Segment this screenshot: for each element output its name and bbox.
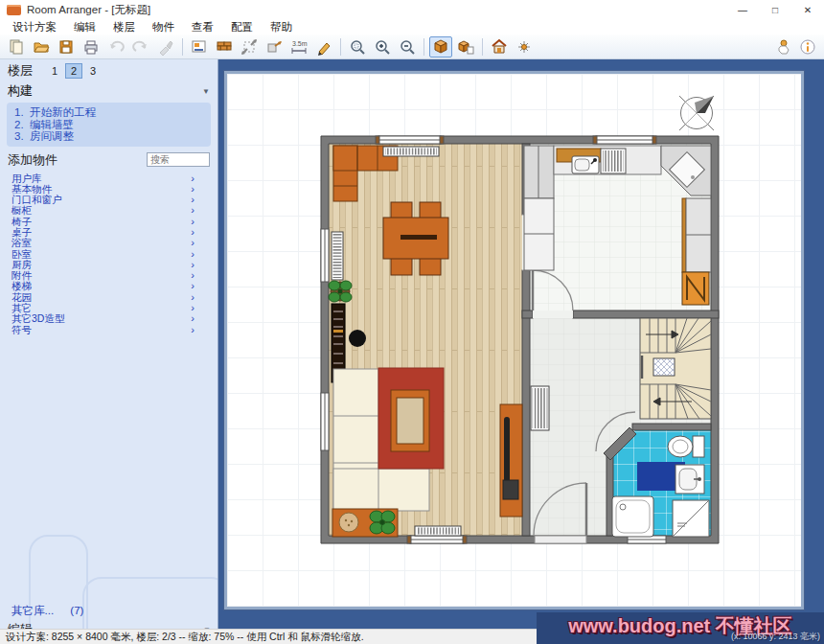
build-step-number: 2. [14,119,30,131]
side-bench[interactable] [332,509,398,537]
compass-icon [679,96,714,130]
window [321,229,329,282]
format-brush-button[interactable] [154,36,177,58]
zoom-in-button[interactable] [371,36,394,58]
menu-item[interactable]: 帮助 [262,20,301,34]
svg-text:3.5m: 3.5m [292,40,308,47]
kitchen-sink [572,156,599,173]
plan-sheet[interactable] [224,71,804,610]
plan-background-button[interactable] [188,36,211,58]
view-3d-button[interactable] [429,36,452,58]
potted-plant[interactable] [329,281,352,302]
radiator[interactable] [383,147,439,156]
pointer-mode-button[interactable] [771,36,794,58]
object-category-item[interactable]: 橱柜 › [11,205,217,216]
build-step-number: 1. [14,106,30,119]
menu-item[interactable]: 设计方案 [4,20,65,34]
move-objects-button[interactable] [263,36,286,58]
measure-button[interactable]: 3.5m [287,36,310,58]
floor-button[interactable]: 1 [46,63,63,79]
close-button[interactable]: ✕ [791,0,824,19]
watermark-banner: www.budog.net 不懂社区 (x: 10066 y: 2413 毫米) [537,612,824,644]
object-category-item[interactable]: 其它3D造型 › [11,313,217,324]
more-libraries-link[interactable]: 其它库... (7) [11,604,83,618]
save-button[interactable] [55,36,78,58]
chevron-right-icon: › [191,325,195,335]
toolbar-separator [182,38,183,56]
new-plan-button[interactable] [5,36,28,58]
view-3d-new-button[interactable] [454,36,477,58]
toolbar-separator [482,38,483,56]
refrigerator[interactable] [682,272,709,305]
radiator[interactable] [415,526,461,536]
doorway-kitchen[interactable] [533,310,573,318]
undo-button[interactable] [104,36,127,58]
floor-plan[interactable] [227,74,801,607]
build-section-header[interactable]: 构建 ▼ [0,82,217,100]
floor-button[interactable]: 2 [65,63,82,79]
maximize-button[interactable]: □ [759,0,791,19]
staircase[interactable] [640,318,711,419]
dish-drainer [601,149,626,173]
zoom-out-button[interactable] [396,36,419,58]
radiator[interactable] [531,386,549,430]
search-input[interactable] [147,152,210,167]
walkthrough-button[interactable] [513,36,536,58]
menu-item[interactable]: 编辑 [65,20,104,34]
entrance-doorway[interactable] [535,536,586,543]
zoom-all-button[interactable] [346,36,369,58]
about-button[interactable] [796,36,819,58]
build-step-link[interactable]: 编辑墙壁 [30,119,74,131]
radiator[interactable] [332,232,343,280]
object-category-item[interactable]: 卧室 › [11,249,217,260]
object-category-item[interactable]: 门口和窗户 › [11,195,217,205]
build-step-link[interactable]: 房间调整 [30,130,74,143]
washbasin[interactable] [675,465,704,494]
object-category-item[interactable]: 椅子 › [11,217,217,227]
object-category-list: 用户库 › 基本物件 › 门口和窗户 › 橱柜 [0,171,217,335]
redo-button[interactable] [129,36,152,58]
toilet[interactable] [668,436,704,457]
status-text: 设计方案: 8255 × 8400 毫米, 楼层: 2/3 -- 缩放: 75%… [6,631,364,644]
toolbar-separator [340,38,341,56]
open-plan-button[interactable] [30,36,53,58]
build-step: 1. 开始新的工程 [14,106,203,119]
coffee-table[interactable] [391,390,429,451]
build-step-link[interactable]: 开始新的工程 [30,106,96,119]
object-category-item[interactable]: 附件 › [11,270,217,281]
menu-item[interactable]: 配置 [222,20,262,34]
menu-item[interactable]: 查看 [183,20,222,34]
resize-plan-button[interactable] [238,36,261,58]
washing-machine[interactable] [673,500,709,537]
drawing-canvas[interactable] [218,59,824,629]
menu-item[interactable]: 楼层 [104,20,144,34]
minimize-button[interactable]: — [726,0,759,19]
house-3d-button[interactable] [488,36,511,58]
object-category-item[interactable]: 浴室 › [11,238,217,248]
floor-lamp[interactable] [349,330,366,347]
more-libraries-count: (7) [70,605,83,616]
floor-button[interactable]: 3 [84,63,102,79]
toolbar: 3.5m [0,34,824,59]
menu-bar: 设计方案编辑楼层物件查看配置帮助 [0,19,824,34]
walls-button[interactable] [213,36,236,58]
add-objects-title: 添加物件 [8,151,57,169]
draw-walls-button[interactable] [312,36,335,58]
kitchen-wall-cabinets[interactable] [682,198,711,272]
edit-section-header[interactable]: 编辑 ▼ [0,621,218,629]
menu-item[interactable]: 物件 [144,20,183,34]
shower-tray[interactable] [612,496,653,537]
collapse-arrow-icon[interactable]: ▼ [202,87,210,96]
build-step-number: 3. [14,130,30,143]
tv-cabinet[interactable] [500,404,522,517]
object-category-item[interactable]: 花园 › [11,292,217,303]
kitchen-counter[interactable] [554,146,661,174]
print-button[interactable] [80,36,103,58]
object-category-item[interactable]: 厨房 › [11,260,217,270]
category-label: 其它3D造型 [11,313,64,324]
kitchen-tall-cabinets[interactable] [524,146,554,270]
more-libraries-label[interactable]: 其它库... [11,605,54,616]
object-category-item[interactable]: 楼梯 › [11,281,217,291]
object-category-item[interactable]: 桌子 › [11,227,217,238]
object-category-item[interactable]: 符号 › [11,325,217,335]
